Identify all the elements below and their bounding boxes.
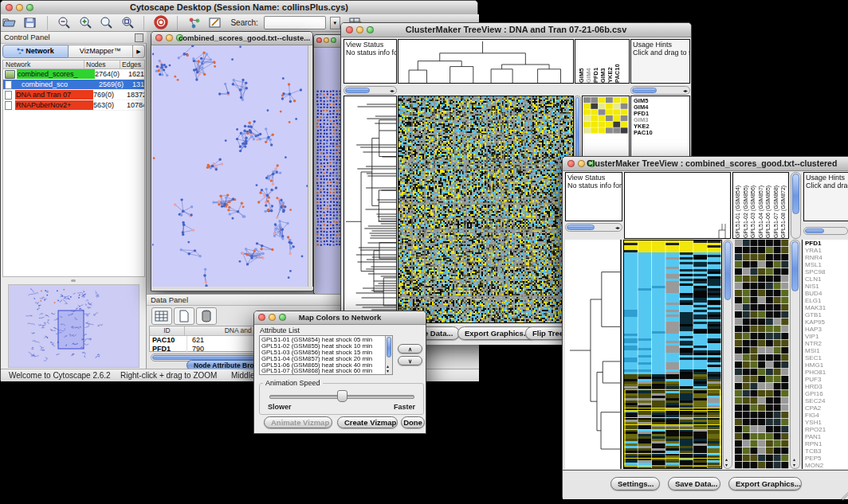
network-list-row[interactable]: RNAPuberNov2+ 563(0) 107847(0) [3, 100, 144, 111]
tv1-status-scrollbar[interactable]: ◂▸ [344, 86, 397, 95]
gene-label[interactable]: NTR2 [803, 340, 848, 347]
tv2-gene-labels: PFD1YRA1RNR4MSL1SPC98CLN1NIS1BUD4ELG1MAK… [802, 240, 848, 469]
tab-network[interactable]: Network [2, 45, 69, 58]
animate-vizmap-button[interactable]: Animate Vizmap [264, 416, 332, 428]
gene-label[interactable]: MAK31 [803, 304, 848, 311]
column-label: GPL51-02 (GSM855) [743, 173, 751, 238]
gene-label[interactable]: HRD3 [803, 383, 848, 390]
gene-label[interactable]: GPI16 [803, 390, 848, 397]
gene-label[interactable]: MON2 [803, 462, 848, 469]
tv2-secondary-heatmap[interactable] [735, 240, 789, 469]
zoom-in-icon[interactable] [77, 15, 93, 30]
network-list-row[interactable]: combined_scores_ 2764(0) 16218(0) [3, 69, 144, 80]
save-data-button[interactable]: Save Data... [668, 477, 720, 490]
birdseye-view[interactable] [8, 284, 139, 368]
help-ring-icon[interactable] [153, 15, 169, 30]
tv2-hints-scrollbar[interactable] [803, 227, 848, 235]
tv2-heatmap[interactable] [623, 240, 722, 469]
tv1-hints-scrollbar[interactable]: ◂▸ [630, 86, 690, 95]
gene-label[interactable]: NIS1 [803, 283, 848, 290]
gene-label[interactable]: KAP95 [803, 318, 848, 326]
control-panel-title: Control Panel [4, 33, 50, 41]
zoom-button[interactable] [331, 37, 336, 43]
tv1-heatmap[interactable] [398, 96, 574, 323]
gene-label[interactable]: SEC1 [803, 354, 848, 361]
gene-label[interactable]: PEP5 [803, 455, 848, 462]
gene-label[interactable]: ELG1 [803, 297, 848, 304]
network-vscrollbar[interactable] [308, 45, 312, 289]
float-panel-icon[interactable] [135, 33, 143, 42]
attribute-list-item[interactable]: GPL51-07 (GSM868) heat shock 60 min [260, 368, 392, 374]
network-hscrollbar[interactable] [152, 287, 313, 290]
minimize-button[interactable] [324, 37, 329, 43]
zoom-actual-icon[interactable] [98, 15, 114, 30]
settings-button[interactable]: Settings... [610, 477, 660, 490]
tv2-column-dendrogram[interactable] [624, 172, 731, 239]
resize-grip[interactable] [834, 485, 848, 500]
search-input[interactable] [264, 16, 326, 29]
gene-label: PAC10 [631, 130, 689, 136]
minimize-button[interactable] [166, 34, 173, 41]
minimize-button[interactable] [578, 160, 585, 167]
move-up-button[interactable]: ∧ [398, 344, 422, 354]
save-session-button[interactable] [22, 15, 38, 30]
gene-label[interactable]: RNR4 [803, 254, 848, 261]
gene-label[interactable]: MSL1 [803, 261, 848, 268]
tab-overflow-button[interactable]: ▶ [133, 45, 145, 58]
gene-label[interactable]: YSH1 [803, 419, 848, 426]
gene-label[interactable]: MSI1 [803, 347, 848, 354]
main-titlebar[interactable]: Cytoscape Desktop (Session Name: collins… [1, 1, 477, 15]
map-colors-dialog: Map Colors to Network Attribute List GPL… [253, 311, 426, 434]
zoom-out-icon[interactable] [56, 15, 72, 30]
done-button[interactable]: Done [401, 416, 425, 428]
close-button[interactable] [316, 37, 322, 43]
search-dropdown-button[interactable]: ▾ [330, 17, 340, 29]
gene-label[interactable]: PUF3 [803, 376, 848, 383]
panel-divider[interactable] [2, 278, 145, 283]
tv2-status-scrollbar[interactable]: ◂▸ [565, 223, 622, 232]
gene-label[interactable]: BUD4 [803, 290, 848, 297]
export-graphics-button[interactable]: Export Graphics... [728, 477, 802, 490]
gene-label[interactable]: PAN1 [803, 433, 848, 440]
gene-label[interactable]: HAP3 [803, 326, 848, 333]
zoom-fit-icon[interactable] [120, 15, 135, 30]
open-session-button[interactable] [2, 15, 18, 30]
close-button[interactable] [155, 34, 163, 41]
tv2-heatmap-vscrollbar[interactable]: ▴▾ [723, 240, 732, 469]
status-hint-zoom: Right-click + drag to ZOOM [120, 371, 217, 380]
gene-label[interactable]: VIP1 [803, 333, 848, 340]
gene-label[interactable]: SEC24 [803, 397, 848, 404]
trash-icon[interactable] [196, 307, 217, 325]
gene-label[interactable]: TCB3 [803, 447, 848, 455]
gene-label[interactable]: GTB1 [803, 311, 848, 318]
gene-label[interactable]: FIG4 [803, 412, 848, 419]
close-button[interactable] [567, 160, 575, 167]
vizmapper-icon[interactable] [186, 15, 202, 30]
gene-label[interactable]: CPA2 [803, 404, 848, 412]
tv2-top-vscrollbar[interactable] [791, 172, 801, 239]
network-list-row[interactable]: DNA and Tran 07 769(0) 183728(0) [3, 90, 144, 100]
create-vizmap-button[interactable]: Create Vizmap [337, 416, 398, 428]
network-list-row[interactable]: combined_sco 2569(6) 13112(15) [3, 80, 144, 90]
speed-slider-thumb[interactable] [337, 390, 347, 402]
tab-vizmapper[interactable]: VizMapper™ [69, 45, 134, 58]
new-document-icon[interactable] [174, 307, 194, 325]
table-icon[interactable] [151, 307, 172, 325]
attribute-list-scrollbar[interactable]: ▴▾ [385, 336, 392, 374]
slider-min-label: Slower [268, 403, 292, 411]
network-view-canvas[interactable] [152, 45, 309, 289]
tv1-column-dendrogram[interactable] [398, 39, 574, 84]
gene-label[interactable]: RPO21 [803, 426, 848, 433]
annotation-icon[interactable] [207, 15, 223, 30]
move-down-button[interactable]: ∨ [398, 356, 422, 365]
gene-label[interactable]: YRA1 [803, 247, 848, 254]
gene-label[interactable]: RPN1 [803, 440, 848, 447]
gene-label[interactable]: CLN1 [803, 275, 848, 283]
gene-label[interactable]: SPC98 [803, 268, 848, 275]
tv2-genelist-vscrollbar[interactable]: ▴▾ [790, 240, 800, 469]
gene-label[interactable]: PFD1 [803, 240, 848, 247]
tv2-row-dendrogram[interactable] [565, 240, 622, 469]
gene-label[interactable]: HMG1 [803, 361, 848, 369]
gene-label[interactable]: PHO81 [803, 369, 848, 376]
tv1-row-dendrogram[interactable] [344, 96, 397, 323]
